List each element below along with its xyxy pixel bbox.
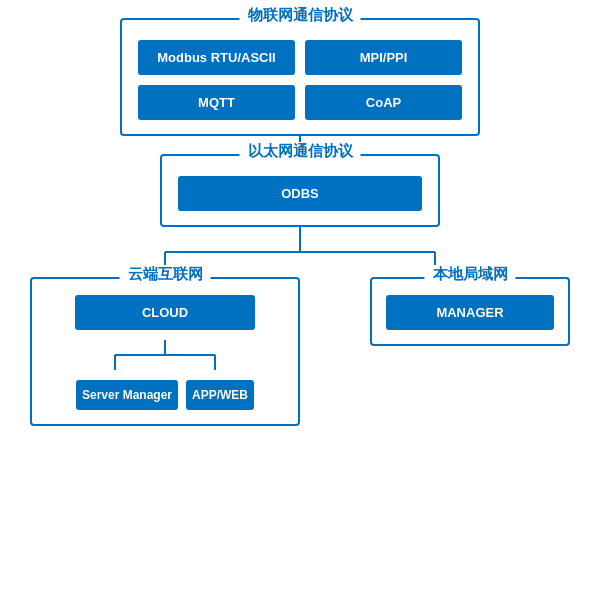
iot-protocol-grid: Modbus RTU/ASCII MPI/PPI MQTT CoAP	[138, 40, 462, 120]
local-label: 本地局域网	[425, 265, 516, 284]
ethernet-section: 以太网通信协议 ODBS	[160, 154, 440, 227]
protocol-odbs: ODBS	[178, 176, 422, 211]
protocol-modbus: Modbus RTU/ASCII	[138, 40, 295, 75]
cloud-tree-connector	[75, 340, 255, 370]
local-section: 本地局域网 MANAGER	[370, 277, 570, 346]
cloud-label: 云端互联网	[120, 265, 211, 284]
cloud-section: 云端互联网 CLOUD Server Manager APP/WEB	[30, 277, 300, 426]
diagram: 物联网通信协议 Modbus RTU/ASCII MPI/PPI MQTT Co…	[0, 0, 600, 594]
bottom-sections: 云端互联网 CLOUD Server Manager APP/WEB 本地局域网	[30, 277, 570, 426]
cloud-main-btn: CLOUD	[75, 295, 255, 330]
protocol-mpi: MPI/PPI	[305, 40, 462, 75]
protocol-coap: CoAP	[305, 85, 462, 120]
cloud-server-manager-btn: Server Manager	[76, 380, 178, 410]
ethernet-label: 以太网通信协议	[240, 142, 361, 161]
local-manager-btn: MANAGER	[386, 295, 554, 330]
cloud-appweb-btn: APP/WEB	[186, 380, 254, 410]
protocol-mqtt: MQTT	[138, 85, 295, 120]
cloud-inner: CLOUD Server Manager APP/WEB	[46, 295, 284, 410]
iot-label: 物联网通信协议	[240, 6, 361, 25]
iot-section: 物联网通信协议 Modbus RTU/ASCII MPI/PPI MQTT Co…	[120, 18, 480, 136]
cloud-sub-buttons: Server Manager APP/WEB	[76, 380, 254, 410]
